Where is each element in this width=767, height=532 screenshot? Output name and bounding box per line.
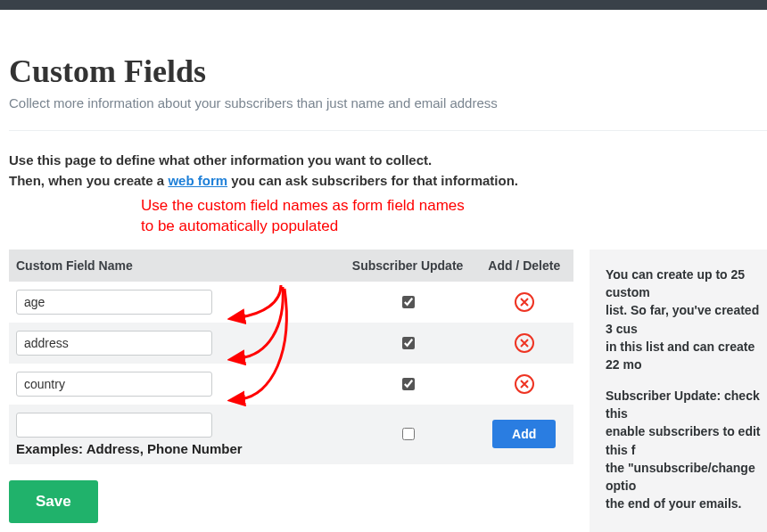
divider <box>9 130 767 131</box>
subscriber-update-checkbox[interactable] <box>402 428 415 440</box>
top-bar <box>0 0 767 10</box>
annotation-overlay: Use the custom field names as form field… <box>141 196 767 237</box>
th-actions: Add / Delete <box>474 250 573 282</box>
table-row <box>9 364 573 405</box>
subscriber-update-checkbox[interactable] <box>402 337 415 349</box>
custom-fields-table: Custom Field Name Subscriber Update Add … <box>9 250 573 464</box>
field-name-input[interactable] <box>16 290 212 315</box>
field-name-input[interactable] <box>16 331 212 356</box>
delete-button[interactable] <box>515 374 534 394</box>
intro-line1: Use this page to define what other infor… <box>9 151 767 171</box>
table-row <box>9 323 573 364</box>
delete-button[interactable] <box>515 292 534 312</box>
delete-button[interactable] <box>515 333 534 353</box>
subscriber-update-checkbox[interactable] <box>402 296 415 308</box>
add-button[interactable]: Add <box>492 420 556 448</box>
table-row <box>9 282 573 323</box>
page-title: Custom Fields <box>9 53 767 90</box>
examples-text: Examples: Address, Phone Number <box>16 441 334 456</box>
table-row-new: Examples: Address, Phone Number Add <box>9 405 573 464</box>
close-icon <box>520 298 529 307</box>
subscriber-update-checkbox[interactable] <box>402 378 415 390</box>
save-button[interactable]: Save <box>9 480 98 523</box>
page-subtitle: Collect more information about your subs… <box>9 95 767 110</box>
web-form-link[interactable]: web form <box>168 173 227 188</box>
intro-line2: Then, when you create a web form you can… <box>9 171 767 192</box>
th-update: Subscriber Update <box>341 250 475 282</box>
field-name-input[interactable] <box>16 372 212 397</box>
sidebar-info: You can create up to 25 custom list. So … <box>590 250 767 532</box>
field-name-input-new[interactable] <box>16 413 212 438</box>
custom-fields-table-wrap: Custom Field Name Subscriber Update Add … <box>9 250 573 523</box>
th-name: Custom Field Name <box>9 250 341 282</box>
intro-text: Use this page to define what other infor… <box>9 151 767 191</box>
close-icon <box>520 339 529 348</box>
close-icon <box>520 380 529 389</box>
